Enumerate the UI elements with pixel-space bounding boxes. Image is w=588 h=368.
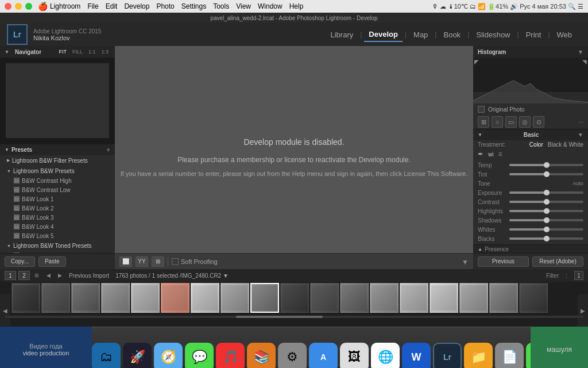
- thumb-10[interactable]: [310, 283, 339, 313]
- slider-whites-track[interactable]: [509, 228, 583, 231]
- treatment-icon-circle2[interactable]: ◎: [519, 116, 531, 128]
- filmstrip-filter-value[interactable]: 1: [574, 271, 583, 280]
- filmstrip-scrollbar[interactable]: [5, 316, 583, 318]
- thumb-7[interactable]: [220, 283, 249, 313]
- thumb-12[interactable]: [370, 283, 399, 313]
- presets-add-btn[interactable]: +: [106, 146, 110, 154]
- preset-item-bw-contrast-low[interactable]: ▭ B&W Contrast Low: [0, 185, 115, 194]
- nav-library[interactable]: Library: [326, 28, 358, 41]
- previous-button[interactable]: Previous: [478, 256, 529, 267]
- toolbar-view-btn2[interactable]: YY: [136, 256, 148, 267]
- minimize-button[interactable]: [15, 3, 22, 10]
- thumb-1[interactable]: [41, 283, 70, 313]
- preset-group-filter-header[interactable]: ▶ Lightroom B&W Filter Presets: [0, 155, 115, 166]
- preset-item-bw-contrast-high[interactable]: ▭ B&W Contrast High: [0, 176, 115, 185]
- basic-expand[interactable]: ▼: [578, 132, 583, 138]
- thumb-8-selected[interactable]: [250, 283, 279, 313]
- slider-exposure-track[interactable]: [509, 191, 583, 194]
- slider-highlights-track[interactable]: [509, 210, 583, 212]
- slider-contrast-thumb[interactable]: [544, 199, 550, 205]
- treatment-icon-rect[interactable]: ▭: [505, 116, 517, 128]
- thumb-17[interactable]: [519, 283, 548, 313]
- close-button[interactable]: [5, 3, 11, 10]
- nav-print[interactable]: Print: [521, 28, 546, 41]
- slider-tint-thumb[interactable]: [544, 171, 550, 177]
- preset-group-bw-header[interactable]: ▼ Lightroom B&W Presets: [0, 166, 115, 176]
- music-icon[interactable]: 🎵: [216, 343, 245, 368]
- maximize-button[interactable]: [25, 3, 32, 10]
- nav-develop[interactable]: Develop: [364, 28, 403, 42]
- appstore-icon[interactable]: A: [309, 343, 338, 368]
- filmstrip-page2[interactable]: 2: [18, 271, 30, 280]
- apple-menu[interactable]: 🍎: [38, 2, 48, 11]
- menu-lightroom[interactable]: Lightroom: [50, 2, 80, 10]
- thumb-11[interactable]: [340, 283, 369, 313]
- thumb-6[interactable]: [191, 283, 219, 313]
- preset-item-bw-look5[interactable]: ▭ B&W Look 5: [0, 231, 115, 240]
- toolbar-end-arrow[interactable]: ▼: [462, 256, 469, 267]
- slider-whites-thumb[interactable]: [544, 227, 550, 232]
- nav-book[interactable]: Book: [439, 28, 465, 41]
- traffic-lights[interactable]: [5, 3, 32, 10]
- folder-icon[interactable]: 📁: [464, 343, 493, 368]
- thumb-2[interactable]: [71, 283, 100, 313]
- menu-tools[interactable]: Tools: [213, 2, 229, 10]
- slider-shadows-track[interactable]: [509, 219, 583, 221]
- preset-item-bw-look1[interactable]: ▭ B&W Look 1: [0, 194, 115, 204]
- thumb-0[interactable]: [11, 283, 40, 313]
- system-prefs-icon[interactable]: ⚙: [278, 343, 307, 368]
- thumb-14[interactable]: [430, 283, 458, 313]
- chrome-icon[interactable]: 🌐: [371, 343, 400, 368]
- filmstrip-scroll-thumb[interactable]: [236, 316, 323, 318]
- thumb-5[interactable]: [161, 283, 189, 313]
- wb-eyedropper[interactable]: ✒: [478, 150, 483, 158]
- slider-temp-track[interactable]: [509, 164, 583, 166]
- slider-exposure-thumb[interactable]: [544, 190, 550, 195]
- word-icon[interactable]: W: [402, 343, 431, 368]
- photos-icon[interactable]: 🖼: [340, 343, 369, 368]
- treatment-icon-circle3[interactable]: ⊙: [533, 116, 544, 128]
- presets-header[interactable]: ▼ Presets +: [0, 144, 115, 155]
- books-icon[interactable]: 📚: [247, 343, 276, 368]
- preset-item-bw-look3[interactable]: ▭ B&W Look 3: [0, 213, 115, 222]
- menu-develop[interactable]: Develop: [124, 2, 149, 10]
- safari-icon[interactable]: 🧭: [154, 343, 183, 368]
- menu-file[interactable]: File: [87, 2, 98, 10]
- nav-web[interactable]: Web: [552, 28, 577, 41]
- slider-blacks-thumb[interactable]: [544, 236, 550, 241]
- nav-fill-btn[interactable]: FILL: [71, 49, 84, 55]
- histogram-expand[interactable]: ▼: [578, 49, 583, 55]
- soft-proofing-checkbox[interactable]: [172, 258, 179, 265]
- menu-window[interactable]: Window: [258, 2, 283, 10]
- filmstrip-arrow-left[interactable]: ◀: [0, 294, 10, 327]
- filmstrip-next-btn[interactable]: ▶: [55, 271, 64, 280]
- filmstrip-prev-btn[interactable]: ◀: [44, 271, 53, 280]
- paste-button[interactable]: Paste: [38, 256, 66, 267]
- treatment-icon-circle[interactable]: ○: [492, 116, 503, 128]
- reset-button[interactable]: Reset (Adobe): [532, 256, 583, 267]
- menu-edit[interactable]: Edit: [106, 2, 118, 10]
- soft-proofing-toggle[interactable]: Soft Proofing: [172, 258, 218, 265]
- nav-1to1-btn[interactable]: 1:1: [87, 49, 98, 55]
- lightroom-dock-icon[interactable]: Lr: [433, 343, 462, 368]
- treatment-color[interactable]: Color: [529, 141, 543, 148]
- preset-item-bw-look2[interactable]: ▭ B&W Look 2: [0, 204, 115, 213]
- nav-slideshow[interactable]: Slideshow: [471, 28, 514, 41]
- treatment-icon-grid[interactable]: ⊞: [478, 116, 489, 128]
- thumb-15[interactable]: [459, 283, 488, 313]
- toolbar-view-btn1[interactable]: ⬜: [119, 256, 132, 267]
- messages-icon[interactable]: 💬: [185, 343, 214, 368]
- slider-contrast-track[interactable]: [509, 201, 583, 203]
- menu-help[interactable]: Help: [289, 2, 304, 10]
- filmstrip-page1[interactable]: 1: [5, 271, 16, 280]
- finder-icon[interactable]: 🗂: [92, 343, 121, 368]
- toolbar-view-btn3[interactable]: ⊞: [152, 256, 164, 267]
- preset-item-bw-look4[interactable]: ▭ B&W Look 4: [0, 222, 115, 231]
- slider-shadows-thumb[interactable]: [544, 217, 550, 223]
- launchpad-icon[interactable]: 🚀: [123, 343, 152, 368]
- nav-map[interactable]: Map: [409, 28, 432, 41]
- copy-button[interactable]: Copy...: [5, 256, 35, 267]
- slider-highlights-thumb[interactable]: [544, 208, 550, 214]
- slider-blacks-track[interactable]: [509, 237, 583, 240]
- thumb-3[interactable]: [101, 283, 130, 313]
